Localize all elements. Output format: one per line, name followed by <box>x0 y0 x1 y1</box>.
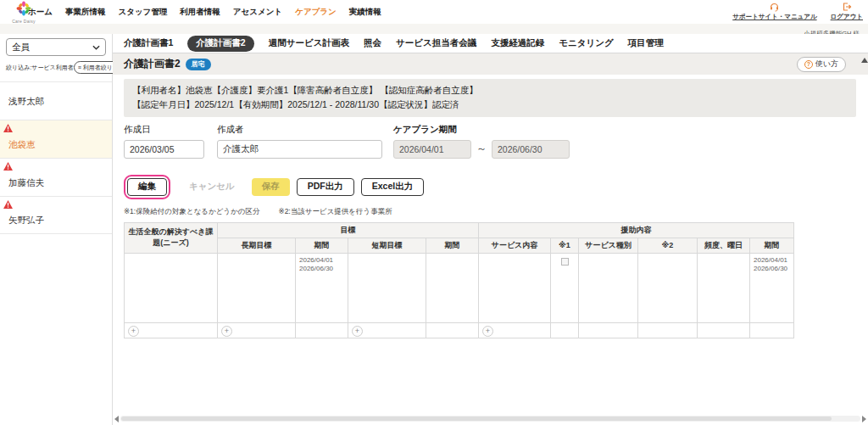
tab-inquiry[interactable]: 照会 <box>364 37 381 49</box>
add-needs-button[interactable]: + <box>128 326 139 337</box>
frequency-cell[interactable] <box>698 253 750 322</box>
tab-careplan-doc1[interactable]: 介護計画書1 <box>124 37 173 49</box>
user-sidebar: 全員 絞り込み:サービス利用者 ≡ 利用者絞り込み 浅野太郎 <box>0 34 113 425</box>
main-navigation: ホーム 事業所情報 スタッフ管理 利用者情報 アセスメント ケアプラン 実績情報 <box>28 0 381 24</box>
user-name: 池袋恵 <box>8 139 36 151</box>
add-row-spacer <box>426 322 479 338</box>
short-goal-cell[interactable] <box>348 253 426 322</box>
tab-item-management[interactable]: 項目管理 <box>628 37 664 49</box>
col-group-assistance: 援助内容 <box>479 222 794 238</box>
tab-monitoring[interactable]: モニタリング <box>559 37 613 49</box>
note2-cell[interactable] <box>638 253 698 322</box>
page-title: 介護計画書2 <box>124 57 181 71</box>
add-row-spacer <box>579 322 638 338</box>
tab-careplan-doc2[interactable]: 介護計画書2 <box>187 36 253 52</box>
add-service-cell: + <box>479 322 551 338</box>
logout-icon <box>842 2 852 12</box>
nav-item-home[interactable]: ホーム <box>28 7 53 18</box>
tab-service-staff-meeting[interactable]: サービス担当者会議 <box>396 37 476 49</box>
add-row-spacer <box>638 322 698 338</box>
page-titlebar: 介護計画書2 居宅 ? 使い方 <box>113 53 868 75</box>
hamburger-icon: ≡ <box>78 64 81 70</box>
user-list-item[interactable]: 矢野弘子 <box>0 196 112 234</box>
service-type-cell[interactable] <box>579 253 638 322</box>
action-buttons: 編集 キャンセル 保存 PDF出力 Excel出力 <box>124 175 856 199</box>
top-navbar: Care Daisy ホーム 事業所情報 スタッフ管理 利用者情報 アセスメント… <box>0 0 868 24</box>
question-icon: ? <box>804 60 813 69</box>
headset-icon <box>769 2 780 12</box>
horizontal-scroll-track[interactable] <box>120 416 860 422</box>
vertical-scrollbar[interactable] <box>860 56 868 413</box>
created-date-group: 作成日 <box>124 124 204 159</box>
add-needs-cell: + <box>125 322 218 338</box>
created-date-label: 作成日 <box>124 124 204 136</box>
service-content-cell[interactable] <box>479 253 551 322</box>
chevron-down-icon <box>92 45 100 50</box>
insurance-checkbox[interactable] <box>561 258 569 266</box>
nav-item-assessment[interactable]: アセスメント <box>233 7 282 18</box>
plan-meta-form: 作成日 作成者 ケアプラン期間 ～ <box>124 124 856 163</box>
edit-button-highlight: 編集 <box>124 175 170 199</box>
assist-period-end: 2026/06/30 <box>754 265 790 274</box>
careplan-period-group: ケアプラン期間 ～ <box>393 124 570 159</box>
warning-icon <box>3 200 13 209</box>
horizontal-scroll-thumb[interactable] <box>121 417 832 421</box>
user-list-item[interactable]: 加藤信夫 <box>0 158 112 196</box>
top-utility-links: サポートサイト・マニュアル ログアウト <box>732 2 863 21</box>
tab-weekly-service-plan[interactable]: 週間サービス計画表 <box>269 37 349 49</box>
facility-strip: 小規模多機能GH 様 <box>0 24 868 34</box>
col-header-period: 期間 <box>750 238 794 253</box>
user-list-item[interactable]: 浅野太郎 <box>0 81 112 120</box>
add-short-goal-button[interactable]: + <box>352 326 363 337</box>
footnote-1: ※1:保険給付の対象となるかどうかの区分 <box>124 207 260 217</box>
period-end-input[interactable] <box>492 140 570 159</box>
main-content: 介護計画書1 介護計画書2 週間サービス計画表 照会 サービス担当者会議 支援経… <box>113 34 868 425</box>
filter-row: 絞り込み:サービス利用者 ≡ 利用者絞り込み <box>6 61 108 74</box>
usage-help-button[interactable]: ? 使い方 <box>797 57 846 72</box>
warning-icon <box>3 162 13 171</box>
author-label: 作成者 <box>217 124 382 136</box>
add-service-button[interactable]: + <box>482 326 493 337</box>
add-long-goal-button[interactable]: + <box>221 326 232 337</box>
scroll-left-arrow-icon[interactable] <box>114 416 119 422</box>
user-summary-line2: 【認定年月日】2025/12/1【有効期間】2025/12/1 - 2028/1… <box>132 98 848 112</box>
user-group-select[interactable]: 全員 <box>6 38 106 56</box>
edit-button[interactable]: 編集 <box>127 178 167 196</box>
nav-item-results[interactable]: 実績情報 <box>349 7 381 18</box>
col-header-note1: ※1 <box>551 238 579 253</box>
kyotaku-badge: 居宅 <box>186 59 211 70</box>
pdf-export-button[interactable]: PDF出力 <box>297 178 354 196</box>
support-site-link[interactable]: サポートサイト・マニュアル <box>732 2 816 21</box>
author-input[interactable] <box>217 140 382 159</box>
logout-link[interactable]: ログアウト <box>831 2 863 21</box>
careplan-content: 【利用者名】池袋恵【介護度】要介護1【障害高齢者自立度】 【認知症高齢者自立度】… <box>113 75 868 338</box>
period-start-input[interactable] <box>393 140 471 159</box>
short-goal-period-cell[interactable] <box>426 253 479 322</box>
nav-item-user-info[interactable]: 利用者情報 <box>180 7 220 18</box>
careplan-table: 生活全般の解決すべき課題(ニーズ) 目標 援助内容 長期目標 期間 短期目標 期… <box>124 222 794 338</box>
nav-item-staff-management[interactable]: スタッフ管理 <box>118 7 167 18</box>
add-row-spacer <box>296 322 348 338</box>
period-separator: ～ <box>476 142 487 156</box>
horizontal-scrollbar[interactable] <box>113 415 868 422</box>
assist-period-cell[interactable]: 2026/04/01 2026/06/30 <box>750 253 794 322</box>
scroll-up-arrow-icon[interactable] <box>861 58 868 63</box>
col-group-goals: 目標 <box>218 222 479 238</box>
user-list-item-selected[interactable]: 池袋恵 <box>0 120 112 158</box>
needs-cell[interactable] <box>125 253 218 322</box>
nav-item-office-info[interactable]: 事業所情報 <box>65 7 106 18</box>
excel-export-button[interactable]: Excel出力 <box>361 178 424 196</box>
tab-support-progress-record[interactable]: 支援経過記録 <box>491 37 544 49</box>
created-date-input[interactable] <box>124 140 204 159</box>
footnote-2: ※2:当該サービス提供を行う事業所 <box>279 207 392 217</box>
nav-item-careplan[interactable]: ケアプラン <box>295 7 337 18</box>
col-header-period: 期間 <box>296 238 348 253</box>
careplan-tabbar: 介護計画書1 介護計画書2 週間サービス計画表 照会 サービス担当者会議 支援経… <box>113 34 868 53</box>
support-site-label: サポートサイト・マニュアル <box>732 13 816 21</box>
user-name: 浅野太郎 <box>8 96 44 108</box>
goal-period-cell[interactable]: 2026/04/01 2026/06/30 <box>296 253 348 322</box>
long-goal-cell[interactable] <box>218 253 296 322</box>
scroll-right-arrow-icon[interactable] <box>862 416 866 422</box>
user-summary-box: 【利用者名】池袋恵【介護度】要介護1【障害高齢者自立度】 【認知症高齢者自立度】… <box>124 79 856 117</box>
user-list: 浅野太郎 池袋恵 加藤信夫 <box>0 81 112 234</box>
